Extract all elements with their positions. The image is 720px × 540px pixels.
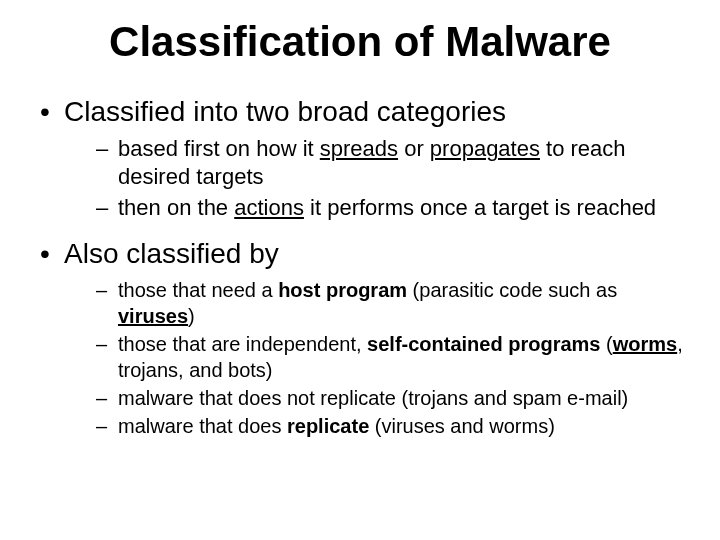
- sub-2b-mid: (: [600, 333, 612, 355]
- sub-1a-key2: propagates: [430, 136, 540, 161]
- sub-1a-pre: based first on how it: [118, 136, 320, 161]
- slide-title: Classification of Malware: [36, 18, 684, 66]
- sub-2d-pre: malware that does: [118, 415, 287, 437]
- bullet-item-1: Classified into two broad categories bas…: [36, 94, 684, 221]
- sub-item-1a: based first on how it spreads or propaga…: [96, 135, 684, 191]
- sub-1b-post: it performs once a target is reached: [304, 195, 656, 220]
- sub-2b-bold: self-contained programs: [367, 333, 600, 355]
- sub-2d-post: (viruses and worms): [369, 415, 555, 437]
- sub-item-2b: those that are independent, self-contain…: [96, 331, 684, 383]
- sub-item-2c: malware that does not replicate (trojans…: [96, 385, 684, 411]
- sub-item-2a: those that need a host program (parasiti…: [96, 277, 684, 329]
- sub-2a-under: viruses: [118, 305, 188, 327]
- bullet-list: Classified into two broad categories bas…: [36, 94, 684, 438]
- sub-2a-bold: host program: [278, 279, 407, 301]
- sub-item-2d: malware that does replicate (viruses and…: [96, 413, 684, 439]
- sub-1a-key1: spreads: [320, 136, 398, 161]
- bullet-item-2: Also classified by those that need a hos…: [36, 236, 684, 439]
- sub-2a-pre: those that need a: [118, 279, 278, 301]
- slide: Classification of Malware Classified int…: [0, 0, 720, 540]
- sub-list-2: those that need a host program (parasiti…: [64, 277, 684, 439]
- sub-2b-under: worms: [613, 333, 677, 355]
- sub-2a-post: ): [188, 305, 195, 327]
- sub-1a-mid: or: [398, 136, 430, 161]
- sub-2a-mid: (parasitic code such as: [407, 279, 617, 301]
- bullet-2-text: Also classified by: [64, 238, 279, 269]
- sub-item-1b: then on the actions it performs once a t…: [96, 194, 684, 222]
- bullet-1-text: Classified into two broad categories: [64, 96, 506, 127]
- sub-2d-bold: replicate: [287, 415, 369, 437]
- sub-1b-key1: actions: [234, 195, 304, 220]
- sub-2b-pre: those that are independent,: [118, 333, 367, 355]
- sub-list-1: based first on how it spreads or propaga…: [64, 135, 684, 221]
- sub-2c-text: malware that does not replicate (trojans…: [118, 387, 628, 409]
- sub-1b-pre: then on the: [118, 195, 234, 220]
